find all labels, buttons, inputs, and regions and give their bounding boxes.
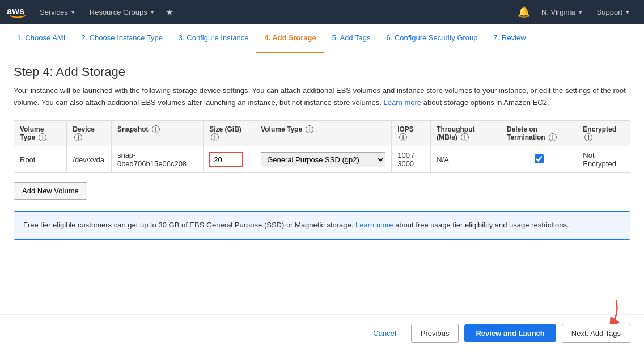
notifications-bell-icon[interactable]: 🔔 [518, 6, 530, 18]
support-menu[interactable]: Support ▼ [590, 8, 637, 16]
previous-button[interactable]: Previous [411, 324, 459, 343]
wizard-step-6[interactable]: 6. Configure Security Group [378, 24, 485, 53]
snapshot-info-icon[interactable]: i [152, 125, 160, 133]
cell-device: /dev/xvda [67, 146, 112, 173]
services-chevron-icon: ▼ [70, 9, 76, 15]
col-header-device: Device i [67, 120, 112, 146]
resource-groups-label: Resource Groups [90, 8, 147, 16]
vol-type-info-icon[interactable]: i [306, 125, 313, 133]
next-button-container: Next: Add Tags [562, 324, 630, 343]
page-title: Step 4: Add Storage [14, 65, 630, 79]
aws-logo[interactable]: aws [7, 5, 28, 19]
cell-throughput: N/A [431, 146, 501, 173]
volume-type-select[interactable]: General Purpose SSD (gp2) Provisioned IO… [261, 152, 385, 167]
wizard-step-5[interactable]: 5. Add Tags [324, 24, 379, 53]
region-selector[interactable]: N. Virginia ▼ [535, 8, 590, 16]
cancel-button[interactable]: Cancel [364, 324, 405, 342]
free-tier-learn-more-link[interactable]: Learn more [355, 221, 393, 229]
top-navigation: aws Services ▼ Resource Groups ▼ ★ 🔔 N. … [0, 0, 644, 24]
favorites-star-icon[interactable]: ★ [166, 7, 173, 18]
device-info-icon[interactable]: i [74, 133, 82, 141]
support-chevron-icon: ▼ [625, 9, 630, 15]
resource-groups-menu[interactable]: Resource Groups ▼ [83, 0, 162, 24]
col-header-snapshot: Snapshot i [111, 120, 203, 146]
wizard-steps: 1. Choose AMI 2. Choose Instance Type 3.… [0, 24, 644, 53]
iops-info-icon[interactable]: i [399, 133, 407, 141]
region-chevron-icon: ▼ [578, 9, 583, 15]
region-label: N. Virginia [541, 8, 575, 16]
cell-encrypted: Not Encrypted [577, 146, 630, 173]
cell-snapshot: snap-0bed706b15e06c208 [111, 146, 203, 173]
cell-volume-type-select[interactable]: General Purpose SSD (gp2) Provisioned IO… [255, 146, 392, 173]
wizard-step-7[interactable]: 7. Review [486, 24, 534, 53]
col-header-volume-type: Volume Type i [14, 120, 67, 146]
wizard-step-4[interactable]: 4. Add Storage [256, 24, 324, 53]
cell-iops: 100 / 3000 [392, 146, 431, 173]
wizard-step-2[interactable]: 2. Choose Instance Type [73, 24, 171, 53]
info-box: Free tier eligible customers can get up … [14, 211, 630, 240]
storage-table: Volume Type i Device i Snapshot i Size (… [14, 120, 630, 174]
encrypted-info-icon[interactable]: i [584, 133, 592, 141]
delete-termination-info-icon[interactable]: i [549, 133, 557, 141]
col-header-encrypted: Encrypted i [577, 120, 630, 146]
resource-groups-chevron-icon: ▼ [150, 9, 155, 15]
svg-text:aws: aws [7, 6, 24, 16]
add-new-volume-button[interactable]: Add New Volume [14, 182, 87, 200]
wizard-step-1[interactable]: 1. Choose AMI [9, 24, 73, 53]
size-input[interactable] [209, 152, 243, 167]
cell-size[interactable] [204, 146, 255, 173]
col-header-size: Size (GiB) i [204, 120, 255, 146]
support-label: Support [597, 8, 623, 16]
size-info-icon[interactable]: i [211, 133, 219, 141]
main-content: Step 4: Add Storage Your instance will b… [0, 53, 644, 314]
learn-more-link[interactable]: Learn more [384, 98, 421, 107]
next-add-tags-button[interactable]: Next: Add Tags [562, 324, 630, 343]
col-header-vol-type: Volume Type i [255, 120, 392, 146]
services-label: Services [40, 8, 68, 16]
table-row: Root /dev/xvda snap-0bed706b15e06c208 Ge… [14, 146, 630, 173]
col-header-throughput: Throughput (MB/s) i [431, 120, 501, 146]
actions-bar: Cancel Previous Review and Launch Next: … [0, 314, 644, 350]
volume-type-info-icon[interactable]: i [39, 133, 46, 141]
page-description: Your instance will be launched with the … [14, 85, 630, 109]
col-header-delete-on-termination: Delete on Termination i [501, 120, 577, 146]
review-and-launch-button[interactable]: Review and Launch [464, 324, 556, 342]
col-header-iops: IOPS i [392, 120, 431, 146]
delete-on-termination-checkbox[interactable] [535, 154, 544, 163]
throughput-info-icon[interactable]: i [461, 133, 469, 141]
cell-volume-type: Root [14, 146, 67, 173]
cell-delete-on-termination[interactable] [501, 146, 577, 173]
services-menu[interactable]: Services ▼ [33, 0, 83, 24]
wizard-step-3[interactable]: 3. Configure Instance [171, 24, 257, 53]
